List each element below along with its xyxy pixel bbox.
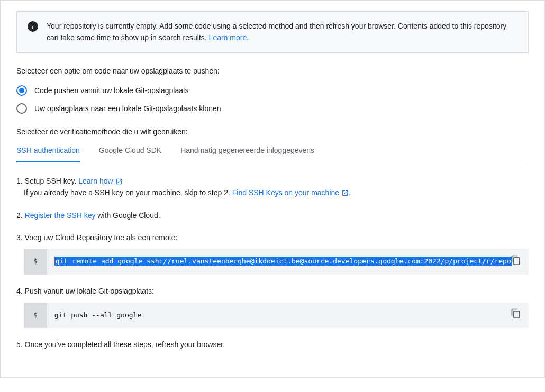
code-block-push: $ git push --all google [24, 303, 529, 329]
register-ssh-key-link[interactable]: Register the SSH key [25, 211, 96, 220]
tab-sdk[interactable]: Google Cloud SDK [99, 146, 161, 162]
step-3-text: Voeg uw Cloud Repository toe als een rem… [25, 233, 178, 242]
radio-clone-label: Uw opslagplaats naar een lokale Git-opsl… [34, 104, 221, 113]
step-3: 3. Voeg uw Cloud Repository toe als een … [16, 232, 529, 275]
external-link-icon [115, 178, 123, 185]
step-2-num: 2. [16, 211, 25, 220]
step-5-num: 5. [16, 340, 25, 349]
find-ssh-keys-link[interactable]: Find SSH Keys on your machine [232, 188, 349, 197]
external-link-icon [341, 189, 349, 197]
copy-button[interactable] [507, 305, 524, 325]
step-2: 2. Register the SSH key with Google Clou… [16, 209, 529, 221]
tab-ssh[interactable]: SSH authentication [16, 146, 80, 162]
step-1-text-a: Setup SSH key. [25, 177, 79, 185]
step-4-text: Push vanuit uw lokale Git-opslagplaats: [25, 287, 154, 295]
radio-clone[interactable]: Uw opslagplaats naar een lokale Git-opsl… [16, 103, 529, 114]
copy-button[interactable] [507, 252, 524, 272]
code-prompt-icon: $ [24, 249, 47, 275]
learn-more-link[interactable]: Learn more. [209, 33, 249, 42]
tab-manual[interactable]: Handmatig gegenereerde inloggegevens [180, 146, 314, 162]
radio-unselected-icon [16, 103, 27, 114]
code-prompt-icon: $ [24, 303, 47, 329]
push-options-group: Code pushen vanuit uw lokale Git-opslagp… [16, 85, 529, 114]
info-banner: i Your repository is currently empty. Ad… [16, 11, 529, 53]
step-5: 5. Once you've completed all these steps… [16, 339, 529, 350]
step-4: 4. Push vanuit uw lokale Git-opslagplaat… [16, 285, 529, 328]
step-3-num: 3. [16, 233, 25, 242]
info-icon: i [28, 21, 38, 32]
step-5-text: Once you've completed all these steps, r… [25, 340, 225, 349]
radio-push-local[interactable]: Code pushen vanuit uw lokale Git-opslagp… [16, 85, 529, 96]
code-push-command[interactable]: git push --all google [47, 303, 529, 329]
copy-icon [511, 308, 521, 319]
info-message: Your repository is currently empty. Add … [47, 22, 506, 42]
info-text: Your repository is currently empty. Add … [47, 20, 517, 44]
steps-list: 1. Setup SSH key. Learn how If you alrea… [16, 175, 529, 351]
copy-icon [511, 255, 521, 266]
code-remote-command[interactable]: git remote add google ssh://roel.vanstee… [47, 249, 529, 275]
auth-tabs: SSH authentication Google Cloud SDK Hand… [16, 146, 529, 162]
radio-selected-icon [16, 85, 27, 96]
radio-push-label: Code pushen vanuit uw lokale Git-opslagp… [34, 86, 189, 95]
step-1: 1. Setup SSH key. Learn how If you alrea… [16, 175, 529, 199]
push-options-title: Selecteer een optie om code naar uw opsl… [16, 66, 529, 77]
step-2-text: with Google Cloud. [95, 211, 160, 220]
step-4-num: 4. [16, 287, 25, 295]
step-1-num: 1. [16, 177, 25, 185]
step-1-text-b: If you already have a SSH key on your ma… [24, 188, 232, 197]
auth-method-title: Selecteer de verificatiemethode die u wi… [16, 126, 529, 138]
learn-how-link[interactable]: Learn how [78, 177, 122, 185]
code-block-remote: $ git remote add google ssh://roel.vanst… [24, 249, 529, 275]
